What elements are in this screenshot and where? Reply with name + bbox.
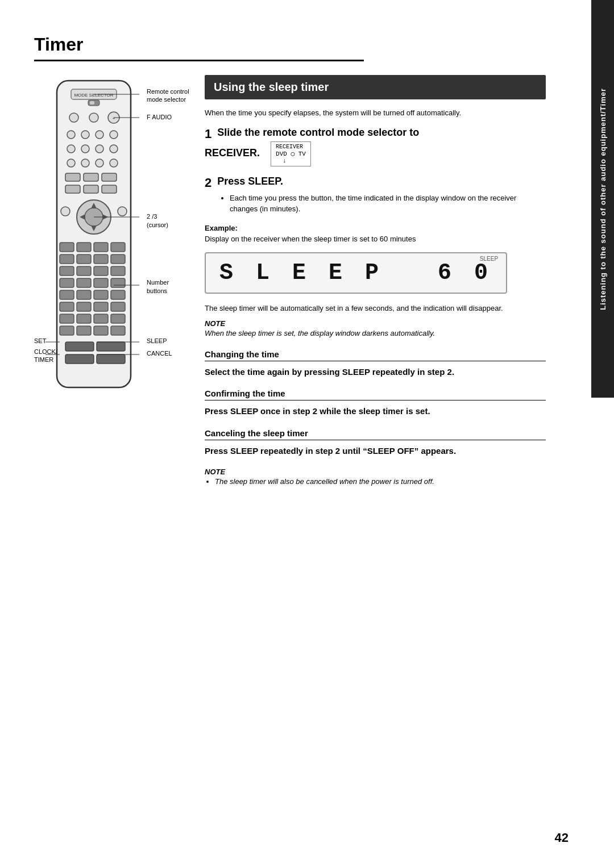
note2-block: NOTE The sleep timer will also be cancel…: [205, 468, 546, 487]
note1-block: NOTE When the sleep timer is set, the di…: [205, 319, 546, 339]
sub-canceling-timer-title: Canceling the sleep timer: [205, 428, 546, 440]
svg-point-19: [96, 159, 103, 167]
svg-rect-55: [60, 302, 74, 311]
svg-rect-64: [77, 326, 91, 335]
intro-text: When the time you specify elapses, the s…: [205, 107, 546, 119]
callout-f-audio: F AUDIO: [147, 114, 172, 120]
svg-point-13: [67, 145, 75, 153]
svg-rect-26: [102, 185, 117, 193]
svg-rect-36: [77, 243, 91, 252]
step-2-number: 2: [205, 176, 211, 190]
svg-point-12: [110, 131, 118, 139]
callout-mode-selector: Remote controlmode selector: [147, 87, 189, 104]
step-2-title: Press SLEEP.: [217, 176, 283, 187]
svg-rect-37: [94, 243, 108, 252]
svg-rect-21: [65, 173, 80, 181]
svg-text:MODE SELECTOR: MODE SELECTOR: [74, 93, 113, 98]
example-desc: Display on the receiver when the sleep t…: [205, 235, 546, 243]
svg-rect-24: [65, 185, 80, 193]
svg-rect-45: [94, 266, 108, 276]
svg-rect-38: [111, 243, 125, 252]
svg-rect-59: [60, 314, 74, 323]
svg-rect-57: [94, 302, 108, 311]
callout-sleep: SLEEP: [147, 337, 167, 344]
receiver-diagram: RECEIVER DVD ◯ TV ↓: [271, 141, 311, 166]
svg-point-15: [96, 145, 103, 153]
sleep-display-label: SLEEP: [480, 256, 498, 262]
sub-changing-time: Changing the time Select the time again …: [205, 349, 546, 379]
note1-label: NOTE: [205, 319, 546, 328]
svg-point-17: [67, 159, 75, 167]
svg-point-18: [81, 159, 89, 167]
note1-text: When the sleep timer is set, the display…: [205, 328, 546, 339]
svg-rect-54: [111, 290, 125, 299]
side-tab: Listening to the sound of other audio eq…: [591, 0, 614, 398]
page-number: 42: [555, 831, 569, 845]
svg-rect-61: [94, 314, 108, 323]
remote-svg: MODE SELECTOR +: [40, 75, 159, 404]
svg-point-10: [81, 131, 89, 139]
example-block: Example: Display on the receiver when th…: [205, 224, 546, 314]
svg-rect-48: [77, 278, 91, 287]
svg-text:+: +: [113, 116, 115, 121]
step-2-body: Each time you press the button, the time…: [221, 193, 546, 215]
callout-cursor: 2 /3(cursor): [147, 212, 168, 230]
page-title: Timer: [34, 34, 364, 61]
svg-rect-44: [77, 266, 91, 276]
svg-rect-25: [84, 185, 98, 193]
svg-point-20: [110, 159, 118, 167]
svg-rect-65: [94, 326, 108, 335]
remote-diagram-col: MODE SELECTOR +: [34, 75, 182, 493]
sleep-display: SLEEP S L E E P 6 0: [205, 252, 507, 294]
step-1-title: Slide the remote control mode selector t…: [205, 127, 419, 158]
sub-confirming-time: Confirming the time Press SLEEP once in …: [205, 389, 546, 418]
page: Timer MODE SELECTOR: [0, 0, 614, 868]
remote-area: MODE SELECTOR +: [34, 75, 182, 406]
sub-changing-time-body: Select the time again by pressing SLEEP …: [205, 366, 546, 379]
svg-rect-62: [111, 314, 125, 323]
svg-point-34: [118, 207, 127, 216]
svg-rect-67: [65, 342, 94, 351]
svg-rect-50: [111, 278, 125, 287]
note2-label: NOTE: [205, 468, 546, 476]
side-tab-text: Listening to the sound of other audio eq…: [599, 88, 607, 310]
svg-rect-63: [60, 326, 74, 335]
svg-rect-69: [65, 354, 94, 364]
step-2: 2 Press SLEEP. Each time you press the b…: [205, 176, 546, 215]
svg-rect-23: [102, 173, 117, 181]
svg-point-33: [61, 207, 70, 216]
svg-rect-70: [97, 354, 125, 364]
note2-bullet: The sleep timer will also be cancelled w…: [215, 476, 546, 487]
svg-point-5: [69, 113, 78, 122]
sub-canceling-timer: Canceling the sleep timer Press SLEEP re…: [205, 428, 546, 458]
sleep-display-text: S L E E P 6 0: [219, 260, 492, 286]
sub-canceling-timer-body: Press SLEEP repeatedly in step 2 until “…: [205, 445, 546, 458]
svg-rect-68: [97, 342, 125, 351]
svg-rect-46: [111, 266, 125, 276]
svg-rect-51: [60, 290, 74, 299]
svg-rect-41: [94, 254, 108, 264]
svg-rect-43: [60, 266, 74, 276]
svg-rect-22: [84, 173, 98, 181]
svg-rect-52: [77, 290, 91, 299]
svg-point-11: [96, 131, 103, 139]
callout-number-buttons: Numberbuttons: [147, 278, 169, 296]
sub-confirming-time-body: Press SLEEP once in step 2 while the sle…: [205, 405, 546, 418]
callout-cancel: CANCEL: [147, 350, 172, 357]
instructions-col: Using the sleep timer When the time you …: [205, 75, 580, 493]
svg-point-16: [110, 145, 118, 153]
sub-confirming-time-title: Confirming the time: [205, 389, 546, 400]
svg-rect-39: [60, 254, 74, 264]
step-1: 1 Slide the remote control mode selector…: [205, 127, 546, 166]
svg-rect-58: [111, 302, 125, 311]
sub-changing-time-title: Changing the time: [205, 349, 546, 361]
main-layout: MODE SELECTOR +: [34, 75, 580, 493]
svg-point-6: [89, 113, 98, 122]
sleep-after-text: The sleep timer will be automatically se…: [205, 303, 546, 314]
svg-rect-4: [90, 101, 94, 105]
svg-rect-66: [111, 326, 125, 335]
example-label: Example:: [205, 224, 546, 232]
section-header: Using the sleep timer: [205, 75, 546, 99]
svg-rect-60: [77, 314, 91, 323]
svg-rect-56: [77, 302, 91, 311]
